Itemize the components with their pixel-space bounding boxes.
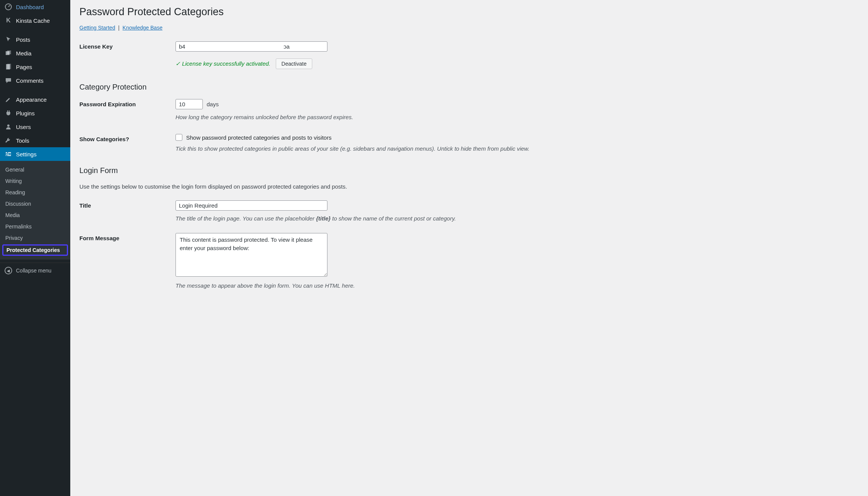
sidebar-item-tools[interactable]: Tools bbox=[0, 134, 70, 147]
page-title: Password Protected Categories bbox=[79, 6, 859, 18]
form-message-label: Form Message bbox=[79, 233, 175, 241]
license-key-input[interactable] bbox=[175, 41, 327, 52]
sidebar-label: Comments bbox=[16, 77, 44, 84]
license-key-label: License Key bbox=[79, 41, 175, 50]
sliders-icon bbox=[5, 150, 12, 158]
password-expiration-input[interactable] bbox=[175, 99, 203, 109]
svg-rect-4 bbox=[7, 64, 11, 69]
sidebar-label: Pages bbox=[16, 64, 32, 70]
media-icon bbox=[5, 49, 12, 57]
login-title-label: Title bbox=[79, 200, 175, 209]
sidebar-item-media[interactable]: Media bbox=[0, 46, 70, 60]
submenu-item-protected-categories[interactable]: Protected Categories bbox=[2, 244, 68, 256]
collapse-label: Collapse menu bbox=[16, 268, 51, 274]
sidebar-item-comments[interactable]: Comments bbox=[0, 74, 70, 87]
main-content: Password Protected Categories Getting St… bbox=[70, 0, 868, 496]
form-message-desc: The message to appear above the login fo… bbox=[175, 282, 859, 290]
dashboard-icon bbox=[5, 3, 12, 11]
collapse-menu[interactable]: ◀ Collapse menu bbox=[0, 263, 70, 278]
deactivate-button[interactable]: Deactivate bbox=[276, 58, 312, 69]
submenu-item-general[interactable]: General bbox=[0, 164, 70, 175]
sidebar-label: Appearance bbox=[16, 96, 47, 103]
submenu-item-writing[interactable]: Writing bbox=[0, 175, 70, 187]
submenu-item-media[interactable]: Media bbox=[0, 209, 70, 221]
pin-icon bbox=[5, 36, 12, 43]
wrench-icon bbox=[5, 137, 12, 144]
plug-icon bbox=[5, 109, 12, 117]
password-expiration-unit: days bbox=[207, 101, 219, 107]
submenu-item-discussion[interactable]: Discussion bbox=[0, 198, 70, 209]
section-login-form: Login Form bbox=[79, 166, 859, 175]
sidebar-label: Settings bbox=[16, 151, 36, 157]
sidebar-label: Tools bbox=[16, 137, 29, 144]
show-categories-label: Show Categories? bbox=[79, 134, 175, 142]
sidebar-item-users[interactable]: Users bbox=[0, 120, 70, 134]
sidebar-item-kinsta-cache[interactable]: K Kinsta Cache bbox=[0, 14, 70, 27]
kinsta-icon: K bbox=[5, 17, 12, 24]
show-categories-cb-label: Show password protected categories and p… bbox=[186, 134, 332, 141]
sidebar-label: Users bbox=[16, 124, 31, 130]
sidebar-label: Plugins bbox=[16, 110, 35, 117]
sidebar-item-settings[interactable]: Settings bbox=[0, 147, 70, 161]
submenu-item-reading[interactable]: Reading bbox=[0, 187, 70, 198]
comment-icon bbox=[5, 77, 12, 84]
login-form-intro: Use the settings below to customise the … bbox=[79, 183, 859, 191]
admin-sidebar: Dashboard K Kinsta Cache Posts Media Pag… bbox=[0, 0, 70, 496]
pages-icon bbox=[5, 63, 12, 71]
sidebar-label: Dashboard bbox=[16, 4, 44, 10]
link-getting-started[interactable]: Getting Started bbox=[79, 25, 115, 31]
sidebar-item-pages[interactable]: Pages bbox=[0, 60, 70, 74]
svg-point-5 bbox=[7, 124, 9, 127]
form-message-textarea[interactable] bbox=[175, 233, 327, 277]
show-categories-desc: Tick this to show protected categories i… bbox=[175, 145, 859, 153]
link-separator: | bbox=[118, 25, 120, 31]
password-expiration-label: Password Expiration bbox=[79, 99, 175, 107]
brush-icon bbox=[5, 96, 12, 103]
link-knowledge-base[interactable]: Knowledge Base bbox=[123, 25, 163, 31]
svg-rect-2 bbox=[7, 50, 11, 54]
sidebar-item-appearance[interactable]: Appearance bbox=[0, 93, 70, 106]
sidebar-item-dashboard[interactable]: Dashboard bbox=[0, 0, 70, 14]
user-icon bbox=[5, 123, 12, 131]
section-category-protection: Category Protection bbox=[79, 83, 859, 91]
password-expiration-desc: How long the category remains unlocked b… bbox=[175, 113, 859, 121]
login-title-input[interactable] bbox=[175, 200, 327, 211]
login-title-desc: The title of the login page. You can use… bbox=[175, 214, 859, 222]
sidebar-label: Posts bbox=[16, 36, 30, 43]
settings-submenu: General Writing Reading Discussion Media… bbox=[0, 161, 70, 260]
sidebar-item-posts[interactable]: Posts bbox=[0, 33, 70, 46]
submenu-item-privacy[interactable]: Privacy bbox=[0, 232, 70, 244]
show-categories-checkbox[interactable] bbox=[175, 134, 182, 141]
sidebar-label: Media bbox=[16, 50, 32, 57]
submenu-item-permalinks[interactable]: Permalinks bbox=[0, 221, 70, 232]
sidebar-label: Kinsta Cache bbox=[16, 17, 50, 24]
collapse-icon: ◀ bbox=[5, 267, 12, 274]
license-status: ✓ License key successfully activated. bbox=[175, 60, 270, 67]
sidebar-item-plugins[interactable]: Plugins bbox=[0, 106, 70, 120]
help-links: Getting Started | Knowledge Base bbox=[79, 25, 859, 31]
